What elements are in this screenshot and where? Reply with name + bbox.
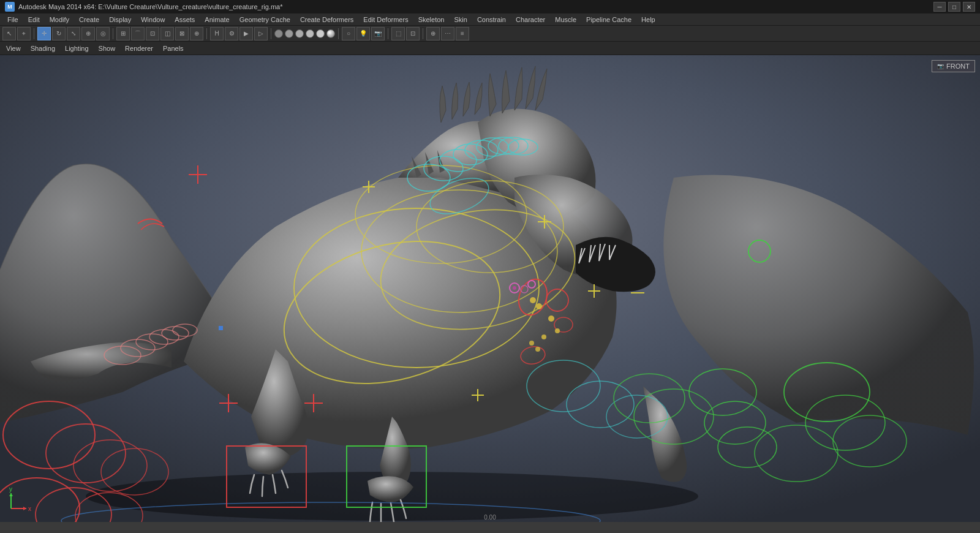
display-mode-2[interactable] (285, 29, 293, 38)
title-bar: M Autodesk Maya 2014 x64: E:\Vulture Cre… (0, 0, 980, 13)
svg-point-59 (535, 347, 540, 352)
menu-item-muscle[interactable]: Muscle (550, 13, 581, 26)
svg-point-58 (529, 341, 534, 346)
display-modes (274, 29, 335, 38)
menu-item-constrain[interactable]: Constrain (472, 13, 511, 26)
snap-grid[interactable]: ⊞ (116, 27, 130, 40)
toolbar-separator (34, 28, 34, 39)
svg-point-57 (541, 335, 546, 339)
svg-point-54 (536, 303, 542, 309)
ipr-render[interactable]: ▶ (239, 27, 253, 40)
view-name: FRONT (946, 62, 970, 70)
title-text: Autodesk Maya 2014 x64: E:\Vulture Creat… (18, 3, 283, 10)
menu-item-display[interactable]: Display (104, 13, 136, 26)
sphere-tool[interactable]: ○ (342, 27, 355, 40)
app-name: Autodesk Maya 2014 x64: (18, 3, 96, 10)
more-3[interactable]: ≡ (456, 27, 469, 40)
minimize-button[interactable]: ─ (933, 2, 946, 12)
file-path: E:\Vulture Creature\Vulture_creature\vul… (98, 3, 282, 10)
main-toolbar: ↖ ⌖ ✛ ↻ ⤡ ⊕ ◎ ⊞ ⌒ ⊡ ◫ ⊠ ⊕ H ⚙ ▶ ▷ ○ 💡 📷 … (0, 26, 980, 42)
renderer-menu[interactable]: Renderer (123, 43, 156, 53)
title-controls[interactable]: ─ □ ✕ (933, 2, 975, 12)
snap-view[interactable]: ◫ (160, 27, 174, 40)
menu-item-edit[interactable]: Edit (23, 13, 45, 26)
svg-text:x: x (28, 505, 31, 512)
menu-item-pipeline-cache[interactable]: Pipeline Cache (581, 13, 636, 26)
render-current[interactable]: ▷ (254, 27, 268, 40)
app-icon: M (5, 2, 15, 12)
menu-item-assets[interactable]: Assets (170, 13, 200, 26)
snap-surface[interactable]: ⊠ (175, 27, 189, 40)
toolbar-separator-4 (271, 28, 271, 39)
menu-item-file[interactable]: File (2, 13, 23, 26)
panels-menu[interactable]: Panels (160, 43, 186, 53)
svg-text:0.00: 0.00 (484, 514, 496, 521)
menu-bar: FileEditModifyCreateDisplayWindowAssetsA… (0, 13, 980, 26)
display-mode-5[interactable] (316, 29, 325, 38)
toolbar-separator-5 (338, 28, 339, 39)
light-tool[interactable]: 💡 (356, 27, 370, 40)
universal-tool[interactable]: ⊕ (81, 27, 95, 40)
camera-icon: 📷 (937, 63, 944, 69)
toolbar-separator-3 (206, 28, 207, 39)
toolbar-separator-6 (388, 28, 388, 39)
menu-item-edit-deformers[interactable]: Edit Deformers (358, 13, 413, 26)
svg-point-53 (530, 297, 536, 303)
shading-menu[interactable]: Shading (28, 43, 58, 53)
display-mode-6[interactable] (326, 29, 335, 38)
menu-item-skin[interactable]: Skin (449, 13, 472, 26)
toolbar-separator-2 (113, 28, 113, 39)
title-bar-left: M Autodesk Maya 2014 x64: E:\Vulture Cre… (5, 2, 283, 12)
show-menu[interactable]: Show (96, 43, 118, 53)
cam-tool[interactable]: 📷 (371, 27, 385, 40)
snap-point[interactable]: ⊡ (146, 27, 159, 40)
menu-item-window[interactable]: Window (136, 13, 170, 26)
frame-sel[interactable]: ⊡ (406, 27, 420, 40)
menu-item-skeleton[interactable]: Skeleton (413, 13, 450, 26)
scale-tool[interactable]: ⤡ (67, 27, 80, 40)
svg-text:y: y (9, 486, 12, 493)
select-tool[interactable]: ↖ (2, 27, 16, 40)
display-mode-1[interactable] (274, 29, 283, 38)
menu-item-character[interactable]: Character (511, 13, 550, 26)
frame-all[interactable]: ⬚ (391, 27, 405, 40)
more-1[interactable]: ⊕ (426, 27, 440, 40)
svg-point-55 (548, 316, 554, 322)
viewport-toolbar: View Shading Lighting Show Renderer Pane… (0, 42, 980, 55)
snap-live[interactable]: ⊕ (190, 27, 203, 40)
menu-item-modify[interactable]: Modify (45, 13, 74, 26)
menu-item-create[interactable]: Create (74, 13, 104, 26)
front-label: 📷 FRONT (932, 60, 975, 72)
svg-rect-77 (219, 326, 223, 330)
history-toggle[interactable]: H (210, 27, 224, 40)
snap-curve[interactable]: ⌒ (131, 27, 145, 40)
rotate-tool[interactable]: ↻ (52, 27, 66, 40)
lasso-tool[interactable]: ⌖ (17, 27, 31, 40)
render-settings[interactable]: ⚙ (225, 27, 238, 40)
soft-mod-tool[interactable]: ◎ (96, 27, 110, 40)
menu-item-geometry-cache[interactable]: Geometry Cache (235, 13, 295, 26)
menu-item-create-deformers[interactable]: Create Deformers (295, 13, 358, 26)
display-mode-4[interactable] (306, 29, 314, 38)
display-mode-3[interactable] (295, 29, 304, 38)
maximize-button[interactable]: □ (948, 2, 960, 12)
svg-point-56 (555, 328, 560, 333)
viewport[interactable]: x y 0.00 📷 FRONT (0, 55, 980, 522)
menu-item-help[interactable]: Help (636, 13, 660, 26)
more-2[interactable]: ⋯ (441, 27, 454, 40)
view-menu[interactable]: View (4, 43, 23, 53)
lighting-menu[interactable]: Lighting (62, 43, 91, 53)
menu-item-animate[interactable]: Animate (200, 13, 234, 26)
scene-svg: x y 0.00 (0, 55, 980, 522)
move-tool[interactable]: ✛ (37, 27, 51, 40)
toolbar-separator-7 (423, 28, 423, 39)
svg-point-51 (513, 286, 516, 290)
close-button[interactable]: ✕ (963, 2, 975, 12)
